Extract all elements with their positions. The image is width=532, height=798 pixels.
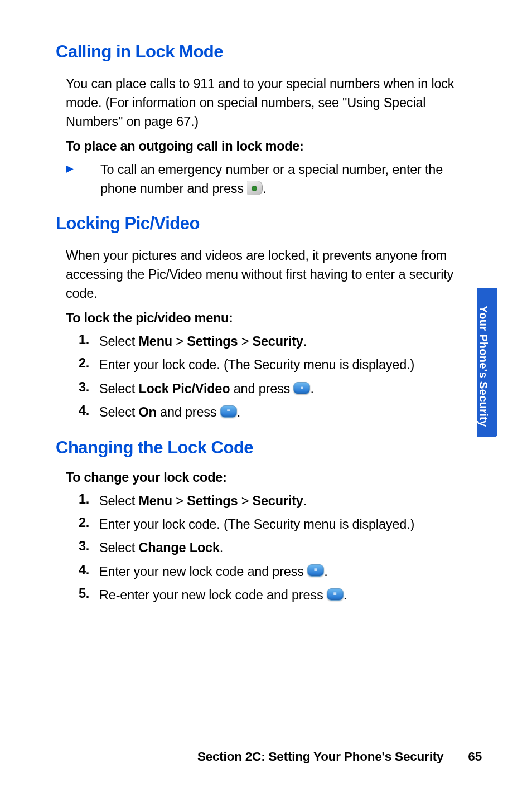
list-item: 1. Select Menu > Settings > Security.	[76, 492, 482, 510]
text-fragment: Select	[99, 405, 138, 419]
subhead-change-lockcode: To change your lock code:	[66, 470, 482, 485]
subhead-lockmode-call: To place an outgoing call in lock mode:	[66, 139, 482, 154]
heading-calling-lock-mode: Calling in Lock Mode	[56, 42, 482, 62]
list-text: Enter your lock code. (The Security menu…	[99, 356, 414, 374]
list-number: 3.	[76, 380, 99, 395]
list-number: 2.	[76, 515, 99, 530]
page-number: 65	[468, 749, 482, 763]
text-fragment: Select	[99, 334, 138, 349]
ordered-list-picvideo: 1. Select Menu > Settings > Security. 2.…	[76, 332, 482, 422]
text-fragment: .	[303, 334, 307, 349]
list-number: 4.	[76, 563, 99, 578]
list-item: 1. Select Menu > Settings > Security.	[76, 332, 482, 351]
list-item: 4. Select On and press .	[76, 403, 482, 422]
text-fragment: and press	[157, 405, 220, 419]
list-text: Re-enter your new lock code and press .	[99, 586, 347, 604]
list-text: Select On and press .	[99, 403, 240, 422]
para-picvideo-intro: When your pictures and videos are locked…	[66, 246, 482, 303]
list-item: 3. Select Change Lock.	[76, 539, 482, 557]
bold-text: Menu	[138, 334, 172, 349]
text-fragment: >	[172, 334, 187, 349]
page-content: Calling in Lock Mode You can place calls…	[0, 0, 532, 798]
list-text: Select Lock Pic/Video and press .	[99, 380, 314, 398]
ordered-list-changelock: 1. Select Menu > Settings > Security. 2.…	[76, 492, 482, 605]
bold-text: Change Lock	[138, 540, 219, 555]
text-fragment: Enter your new lock code and press	[99, 564, 307, 579]
menu-ok-key-icon	[220, 405, 237, 418]
list-item: 2. Enter your lock code. (The Security m…	[76, 515, 482, 534]
text-fragment: .	[237, 405, 240, 419]
menu-ok-key-icon	[293, 382, 310, 394]
list-number: 5.	[76, 586, 99, 601]
bold-text: Settings	[187, 494, 238, 508]
text-fragment: .	[324, 564, 327, 579]
bullet-text: To call an emergency number or a special…	[100, 161, 482, 198]
heading-changing-lock-code: Changing the Lock Code	[56, 438, 482, 458]
list-text: Enter your lock code. (The Security menu…	[99, 515, 414, 534]
text-fragment: .	[220, 540, 223, 555]
bullet-arrow-icon: ▶	[66, 161, 100, 175]
bold-text: Menu	[138, 494, 172, 508]
list-number: 2.	[76, 356, 99, 371]
text-fragment: Select	[99, 494, 138, 508]
list-text: Select Change Lock.	[99, 539, 223, 557]
bold-text: Security	[253, 334, 303, 349]
bold-text: Settings	[187, 334, 238, 349]
bold-text: Lock Pic/Video	[138, 381, 230, 396]
page-footer: Section 2C: Setting Your Phone's Securit…	[0, 749, 532, 764]
text-fragment: and press	[230, 381, 293, 396]
bold-text: Security	[253, 494, 303, 508]
menu-ok-key-icon	[327, 588, 344, 601]
list-text: Enter your new lock code and press .	[99, 563, 327, 581]
text-fragment: Select	[99, 540, 138, 555]
subhead-picvideo: To lock the pic/video menu:	[66, 311, 482, 326]
text-fragment: .	[310, 381, 313, 396]
list-number: 1.	[76, 332, 99, 347]
text-fragment: To call an emergency number or a special…	[100, 162, 443, 195]
list-item: 2. Enter your lock code. (The Security m…	[76, 356, 482, 374]
list-text: Select Menu > Settings > Security.	[99, 492, 307, 510]
text-fragment: >	[238, 334, 252, 349]
list-text: Select Menu > Settings > Security.	[99, 332, 307, 351]
heading-locking-pic-video: Locking Pic/Video	[56, 214, 482, 234]
bullet-item: ▶ To call an emergency number or a speci…	[66, 161, 482, 198]
list-number: 3.	[76, 539, 99, 554]
bold-text: On	[138, 405, 156, 419]
para-lockmode-intro: You can place calls to 911 and to your s…	[66, 74, 482, 131]
text-fragment: >	[172, 494, 187, 508]
side-index-tab: Your Phone's Security	[477, 288, 497, 437]
text-fragment: Re-enter your new lock code and press	[99, 588, 327, 602]
list-item: 5. Re-enter your new lock code and press…	[76, 586, 482, 604]
list-item: 4. Enter your new lock code and press .	[76, 563, 482, 581]
text-fragment: >	[238, 494, 252, 508]
footer-section-title: Section 2C: Setting Your Phone's Securit…	[197, 749, 443, 763]
list-number: 1.	[76, 492, 99, 507]
text-fragment: .	[263, 181, 266, 196]
side-tab-label: Your Phone's Security	[477, 288, 490, 437]
list-item: 3. Select Lock Pic/Video and press .	[76, 380, 482, 398]
menu-ok-key-icon	[307, 564, 324, 577]
talk-key-icon	[247, 181, 263, 195]
list-number: 4.	[76, 403, 99, 418]
text-fragment: .	[344, 588, 347, 602]
text-fragment: Select	[99, 381, 138, 396]
text-fragment: .	[303, 494, 307, 508]
